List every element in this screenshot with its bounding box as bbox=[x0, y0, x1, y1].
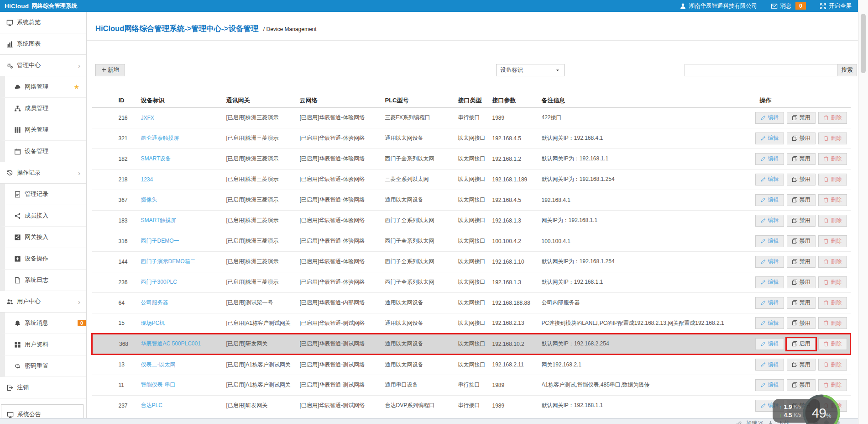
cell-interface-param: 1989 bbox=[492, 395, 542, 416]
cell-id: 11 bbox=[92, 375, 141, 395]
edit-button[interactable]: 编辑 bbox=[755, 215, 784, 227]
cell-interface-param: 192.168.1.189 bbox=[492, 169, 542, 190]
edit-button[interactable]: 编辑 bbox=[755, 235, 784, 247]
table-row: 183SMART触摸屏[已启用]株洲三菱演示[已启用]华辰智通-体验网络西门子全… bbox=[92, 210, 851, 231]
disable-button[interactable]: 禁用 bbox=[787, 194, 816, 206]
fullscreen-label: 开启全屏 bbox=[829, 2, 852, 10]
delete-button[interactable]: 删除 bbox=[818, 338, 847, 350]
delete-button[interactable]: 删除 bbox=[818, 359, 847, 371]
edit-button[interactable]: 编辑 bbox=[755, 297, 784, 309]
device-name-link[interactable]: 台达PLC bbox=[141, 402, 162, 408]
disable-button[interactable]: 禁用 bbox=[787, 256, 816, 268]
edit-button[interactable]: 编辑 bbox=[755, 256, 784, 268]
trash-icon bbox=[823, 197, 829, 203]
sidebar-item-17[interactable]: 注销 bbox=[0, 377, 86, 398]
add-device-button[interactable]: 新增 bbox=[95, 64, 125, 76]
delete-button[interactable]: 删除 bbox=[818, 215, 847, 227]
device-name-link[interactable]: SMART触摸屏 bbox=[141, 217, 177, 223]
sidebar-item-9[interactable]: 成员接入 bbox=[0, 205, 86, 227]
edit-button[interactable]: 编辑 bbox=[755, 174, 784, 186]
disable-button[interactable]: 禁用 bbox=[787, 317, 816, 329]
device-name-link[interactable]: 西门子DEMO一 bbox=[141, 238, 179, 244]
device-name-link[interactable]: JXFX bbox=[141, 115, 154, 121]
edit-button[interactable]: 编辑 bbox=[755, 359, 784, 371]
sidebar-item-4[interactable]: 成员管理 bbox=[0, 98, 86, 119]
disable-button[interactable]: 禁用 bbox=[787, 174, 816, 186]
sidebar-item-10[interactable]: 网关接入 bbox=[0, 227, 86, 248]
cell-plc-model: 西门子全系列以太网 bbox=[385, 210, 458, 231]
sidebar-item-13[interactable]: 用户中心› bbox=[0, 291, 86, 313]
enable-button[interactable]: 启用 bbox=[787, 338, 816, 350]
device-field-select[interactable]: 设备标识 bbox=[496, 64, 565, 76]
sidebar-item-7[interactable]: 操作记录› bbox=[0, 162, 86, 184]
sidebar-item-8[interactable]: 管理记录 bbox=[0, 184, 86, 205]
delete-button[interactable]: 删除 bbox=[818, 276, 847, 288]
performance-gauge[interactable]: 49 % bbox=[802, 393, 841, 424]
sidebar-item-3[interactable]: 网络管理★ bbox=[0, 76, 86, 98]
device-name-link[interactable]: 1234 bbox=[141, 176, 153, 183]
topbar-right: 湖南华辰智通科技有限公司 消息 0 开启全屏 bbox=[666, 2, 852, 10]
sidebar-item-11[interactable]: 设备操作 bbox=[0, 248, 86, 270]
cell-remark: 默认网关IP为：192.168.1.254 bbox=[542, 251, 753, 272]
disable-button[interactable]: 禁用 bbox=[787, 215, 816, 227]
sidebar-item-1[interactable]: 系统图表 bbox=[0, 33, 86, 55]
disable-button[interactable]: 禁用 bbox=[787, 235, 816, 247]
edit-button[interactable]: 编辑 bbox=[755, 276, 784, 288]
disable-button[interactable]: 禁用 bbox=[787, 132, 816, 144]
search-input[interactable] bbox=[685, 64, 837, 76]
sidebar-item-14[interactable]: 系统消息0 bbox=[0, 313, 86, 334]
disable-button[interactable]: 禁用 bbox=[787, 112, 816, 124]
sidebar-item-15[interactable]: 用户资料 bbox=[0, 334, 86, 355]
device-name-link[interactable]: 摄像头 bbox=[141, 196, 157, 203]
disable-button[interactable]: 禁用 bbox=[787, 297, 816, 309]
edit-button[interactable]: 编辑 bbox=[755, 132, 784, 144]
vertical-scrollbar[interactable] bbox=[858, 0, 868, 424]
device-name-link[interactable]: 现场PC机 bbox=[141, 320, 165, 326]
edit-button[interactable]: 编辑 bbox=[755, 379, 784, 391]
device-name-link[interactable]: 仪表二-以太网 bbox=[141, 361, 176, 368]
device-name-link[interactable]: 西门子演示DEMO箱二 bbox=[141, 258, 196, 265]
delete-button[interactable]: 删除 bbox=[818, 194, 847, 206]
disable-button[interactable]: 禁用 bbox=[787, 379, 816, 391]
delete-button[interactable]: 删除 bbox=[818, 379, 847, 391]
sidebar-item-label: 网关管理 bbox=[25, 126, 48, 134]
cell-id: 15 bbox=[92, 313, 141, 334]
messages-menu[interactable]: 消息 0 bbox=[771, 2, 806, 10]
sidebar-item-5[interactable]: 网关管理 bbox=[0, 119, 86, 141]
device-name-link[interactable]: 华辰智通AC 500PLC001 bbox=[141, 340, 201, 347]
device-name-link[interactable]: SMART设备 bbox=[141, 155, 171, 162]
delete-button[interactable]: 删除 bbox=[818, 317, 847, 329]
sidebar-item-2[interactable]: 管理中心› bbox=[0, 55, 86, 76]
accelerator-label[interactable]: 加速器 bbox=[746, 419, 763, 424]
sidebar-item-12[interactable]: 系统日志 bbox=[0, 270, 86, 291]
device-name-link[interactable]: 公司服务器 bbox=[141, 299, 168, 306]
cell-interface-type: 以太网接口 bbox=[458, 354, 492, 375]
edit-button[interactable]: 编辑 bbox=[755, 338, 784, 350]
column-header: 云网络 bbox=[300, 94, 385, 107]
device-name-link[interactable]: 智能仪表-串口 bbox=[141, 382, 176, 388]
device-name-link[interactable]: 昆仑通泰触摸屏 bbox=[141, 135, 179, 141]
sidebar-item-6[interactable]: 设备管理 bbox=[0, 141, 86, 162]
disable-button[interactable]: 禁用 bbox=[787, 359, 816, 371]
edit-button[interactable]: 编辑 bbox=[755, 153, 784, 165]
sidebar-item-0[interactable]: 系统总览 bbox=[0, 12, 86, 33]
delete-button[interactable]: 删除 bbox=[818, 132, 847, 144]
disable-button[interactable]: 禁用 bbox=[787, 276, 816, 288]
main-content: HiCloud网络综合管理系统->管理中心->设备管理 / Device Man… bbox=[87, 12, 858, 424]
edit-button[interactable]: 编辑 bbox=[755, 317, 784, 329]
delete-button[interactable]: 删除 bbox=[818, 112, 847, 124]
device-name-link[interactable]: 西门子300PLC bbox=[141, 279, 177, 285]
disable-button[interactable]: 禁用 bbox=[787, 153, 816, 165]
delete-button[interactable]: 删除 bbox=[818, 235, 847, 247]
edit-button[interactable]: 编辑 bbox=[755, 112, 784, 124]
delete-button[interactable]: 删除 bbox=[818, 256, 847, 268]
delete-button[interactable]: 删除 bbox=[818, 174, 847, 186]
delete-button[interactable]: 删除 bbox=[818, 297, 847, 309]
edit-button[interactable]: 编辑 bbox=[755, 194, 784, 206]
company-menu[interactable]: 湖南华辰智通科技有限公司 bbox=[680, 2, 757, 10]
scrollbar-thumb[interactable] bbox=[861, 14, 866, 73]
search-button[interactable]: 搜索 bbox=[837, 64, 857, 76]
fullscreen-button[interactable]: 开启全屏 bbox=[820, 2, 852, 10]
sidebar-item-16[interactable]: 密码重置 bbox=[0, 355, 86, 377]
delete-button[interactable]: 删除 bbox=[818, 153, 847, 165]
